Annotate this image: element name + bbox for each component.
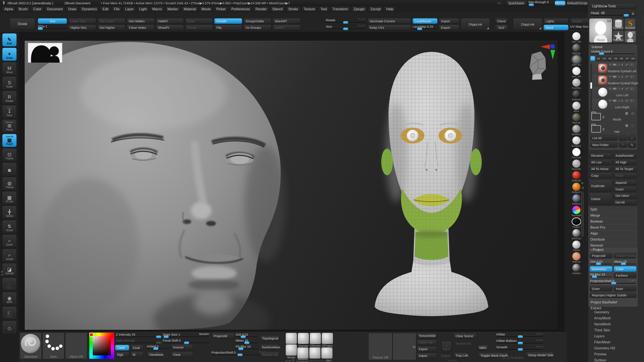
action-button[interactable]: All To Home xyxy=(589,166,612,172)
palette-title[interactable]: Preview xyxy=(588,352,638,357)
subtool-thumbnail[interactable] xyxy=(598,88,607,97)
action-button[interactable]: All To Target xyxy=(613,166,636,172)
menu-item[interactable]: Zscript xyxy=(368,6,383,12)
subtool-thumbnail[interactable] xyxy=(598,100,607,109)
texture-button[interactable]: Export xyxy=(417,346,437,352)
rotate-slider[interactable]: Rotate x y z xyxy=(326,18,365,23)
eye-icon[interactable] xyxy=(631,125,635,127)
zadd-button[interactable]: Zadd xyxy=(115,345,129,351)
dock-item[interactable]: Dynamic ⊞ Persp xyxy=(2,119,17,133)
menu-item[interactable]: Alpha xyxy=(2,6,15,12)
material-item[interactable]: ReflectR xyxy=(564,171,588,182)
material-item[interactable]: Blinn xyxy=(564,102,588,112)
list-all-button[interactable]: List All xyxy=(590,135,618,141)
viewport[interactable] xyxy=(19,32,567,331)
action-button[interactable]: Copy xyxy=(589,173,612,178)
menu-item[interactable]: File xyxy=(112,6,122,12)
pair-toggle-icon[interactable] xyxy=(613,100,616,102)
dock-item[interactable]: S Scale xyxy=(2,76,17,90)
shelf-button[interactable]: Lower Res xyxy=(68,18,96,24)
menu-item[interactable]: Dynamics xyxy=(80,6,99,12)
dock-item[interactable]: ⇅ Scroll xyxy=(2,220,17,233)
scroll-left-icon[interactable] xyxy=(286,360,287,362)
eye-icon[interactable] xyxy=(630,99,634,102)
inverse-button[interactable]: Inverse xyxy=(171,345,193,350)
shelf-button[interactable]: GroupVisible xyxy=(244,18,271,24)
brush-cell[interactable]: Move xyxy=(286,333,297,344)
divide-button[interactable]: Divide xyxy=(10,18,35,29)
texture-on-button[interactable]: Texture On xyxy=(260,352,279,357)
menu-item[interactable]: Brush xyxy=(16,6,30,12)
z-intensity-slider[interactable]: Z Intensity 25 xyxy=(116,333,162,337)
tray-left-button[interactable]: Tray Left xyxy=(454,353,468,358)
material-item[interactable]: MetalicC xyxy=(564,125,588,136)
material-item[interactable]: Reflecte xyxy=(564,90,588,101)
material-item[interactable]: zbro_Ski xyxy=(564,67,588,78)
current-color-swatch[interactable] xyxy=(90,333,93,337)
default-zscript-button[interactable]: DefaultZScript xyxy=(567,1,588,5)
section-row[interactable]: Split xyxy=(588,206,638,212)
material-item[interactable]: MatCap xyxy=(564,252,588,263)
shelf-button[interactable]: Del Lower xyxy=(98,18,125,24)
farthest-button[interactable]: Farthest xyxy=(614,273,636,278)
material-item[interactable]: BasicMa xyxy=(564,160,588,170)
sdiv-slider[interactable]: SDiv 1 xyxy=(38,24,67,29)
menu-item[interactable]: Macro xyxy=(150,6,164,12)
shelf-button[interactable]: Uv Groups xyxy=(244,25,271,30)
visible-count-slider[interactable]: Visible Count 6 xyxy=(591,49,635,54)
pa-blur-slider[interactable]: PA Blur 10 xyxy=(236,345,258,349)
polypaint-icon[interactable] xyxy=(618,88,620,90)
folder-insert-icon[interactable]: ↳ xyxy=(628,142,636,148)
drop-arrow-icon[interactable] xyxy=(609,100,611,102)
brush-icon[interactable] xyxy=(625,87,628,90)
menu-item[interactable]: Stroke xyxy=(286,6,300,12)
tool-thumbnail[interactable]: Cylinder xyxy=(613,18,624,30)
reproject-button[interactable]: Reproject Higher Subdiv xyxy=(590,292,636,298)
section-row[interactable]: Boolean xyxy=(588,218,638,224)
drop-arrow-icon[interactable] xyxy=(609,88,611,90)
subtool-thumbnail[interactable] xyxy=(598,64,607,73)
material-item[interactable]: zbro_Ski xyxy=(564,32,588,43)
version-tab[interactable]: V7 xyxy=(625,56,630,61)
brush-cell[interactable]: Morph xyxy=(286,344,297,356)
palette-title[interactable]: Geometry HD xyxy=(588,346,638,351)
move-down-button[interactable]: ↓ xyxy=(628,135,636,141)
mean-slider[interactable]: Mean 25 xyxy=(614,260,636,264)
project-header[interactable]: • Project xyxy=(588,247,638,252)
mbs-button[interactable]: MBS xyxy=(478,345,488,351)
material-item[interactable]: HSVColo xyxy=(564,229,588,240)
inflate-balloon-slider[interactable]: x y z Inflate Balloon xyxy=(496,339,543,344)
material-item[interactable]: ZMetal xyxy=(564,241,588,251)
material-item[interactable]: JellyBea xyxy=(564,264,588,275)
subtool-row[interactable]: Lens Left xyxy=(593,86,637,98)
material-item[interactable]: zbro_mo xyxy=(564,55,588,66)
lights-button[interactable]: Lights xyxy=(544,18,568,24)
menu-item[interactable]: Edit xyxy=(100,6,110,12)
brush-cell[interactable]: ClayBuil xyxy=(297,347,309,359)
texture-button[interactable]: Import xyxy=(417,353,437,359)
dock-scroll-down-icon[interactable] xyxy=(1,274,3,276)
quicksave-button[interactable]: QuickSave xyxy=(506,1,526,5)
keep-uvs-button[interactable]: Keep UVs xyxy=(368,25,411,30)
shelf-button[interactable]: StoreMT xyxy=(273,18,300,24)
texture-thumbnail[interactable]: Te xyxy=(393,333,416,360)
palette-title[interactable]: FiberMesh xyxy=(588,340,638,345)
projection-shell-slider[interactable]: x y z ProjectionShell 0 xyxy=(590,279,636,284)
duplicate-button[interactable]: Duplicate xyxy=(589,180,612,192)
eye-icon[interactable] xyxy=(630,75,634,78)
scroll-down-icon[interactable] xyxy=(292,360,294,361)
material-item[interactable]: MatCap xyxy=(564,113,588,124)
pair-toggle-icon[interactable] xyxy=(613,88,616,90)
mats-scroll-left-icon[interactable] xyxy=(582,187,584,189)
inflate-slider[interactable]: x y z Inflate xyxy=(496,333,543,337)
menu-item[interactable]: Draw xyxy=(66,6,78,12)
material-item[interactable]: Reflecte xyxy=(564,194,588,205)
dock-item[interactable]: ◧ Invers xyxy=(2,306,17,320)
section-row[interactable]: Merge xyxy=(588,212,638,218)
material-item[interactable]: FastSha xyxy=(564,78,588,89)
tool-thumbnail[interactable]: PolyMes xyxy=(613,30,624,42)
outer-button[interactable]: Outer xyxy=(590,286,612,292)
shelf-button[interactable]: Close Holes xyxy=(127,25,154,30)
menu-item[interactable]: Picker xyxy=(214,6,228,12)
delete-button[interactable]: Delete xyxy=(589,193,612,205)
